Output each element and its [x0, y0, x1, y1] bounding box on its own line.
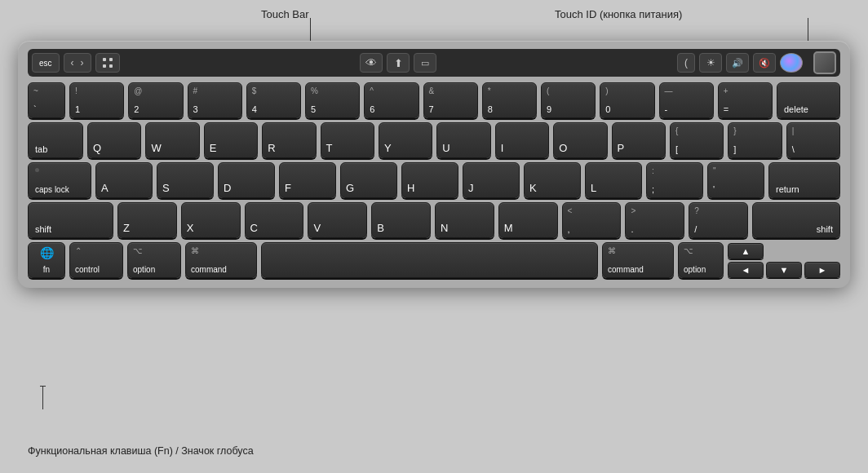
touch-id-button[interactable] [813, 51, 836, 74]
key-1[interactable]: !1 [69, 82, 124, 118]
key-i[interactable]: I [495, 122, 549, 158]
key-command-right[interactable]: ⌘ command [602, 242, 674, 278]
svg-rect-2 [103, 64, 106, 68]
tb-volume[interactable]: 🔊 [726, 53, 749, 73]
key-space[interactable] [261, 242, 598, 278]
svg-rect-0 [103, 58, 106, 61]
key-equals[interactable]: += [718, 82, 773, 118]
key-7[interactable]: &7 [423, 82, 478, 118]
key-capslock[interactable]: caps lock [28, 162, 91, 198]
key-9[interactable]: (9 [541, 82, 596, 118]
key-slash[interactable]: ?/ [689, 202, 748, 238]
tb-back[interactable]: ‹ [71, 57, 74, 69]
touchid-annotation: Touch ID (кнопка питания) [555, 8, 682, 20]
key-3[interactable]: #3 [188, 82, 242, 118]
key-backtick[interactable]: ~ ` [28, 82, 65, 118]
key-x[interactable]: X [181, 202, 241, 238]
tb-brightness[interactable]: ☀ [699, 53, 722, 73]
key-quote[interactable]: "' [707, 162, 764, 198]
key-tab[interactable]: tab [28, 122, 83, 158]
key-h[interactable]: H [401, 162, 458, 198]
tb-mute[interactable]: 🔇 [753, 53, 776, 73]
key-command-left[interactable]: ⌘ command [185, 242, 257, 278]
key-period[interactable]: >. [625, 202, 684, 238]
key-comma[interactable]: <, [562, 202, 622, 238]
key-delete[interactable]: delete [777, 82, 840, 118]
tb-grid[interactable] [95, 53, 120, 73]
key-row-2: tab Q W E R T Y U I O P {[ }] |\ [28, 122, 840, 158]
key-option-left[interactable]: ⌥ option [127, 242, 181, 278]
key-a[interactable]: A [95, 162, 153, 198]
key-o[interactable]: O [553, 122, 607, 158]
key-0[interactable]: )0 [600, 82, 654, 118]
key-z[interactable]: Z [117, 202, 177, 238]
key-l[interactable]: L [585, 162, 642, 198]
esc-key[interactable]: esc [32, 53, 60, 73]
key-v[interactable]: V [308, 202, 367, 238]
fn-annotation: Функциональная клавиша (Fn) / Значок гло… [28, 444, 254, 459]
key-row-4: shift Z X C V B N M <, >. ?/ shift [28, 202, 840, 238]
svg-rect-1 [109, 58, 113, 61]
key-8[interactable]: *8 [482, 82, 537, 118]
key-b[interactable]: B [371, 202, 431, 238]
arrow-keys-group: ▲ ◄ ▼ ► [728, 243, 840, 278]
key-c[interactable]: C [245, 202, 304, 238]
key-rbracket[interactable]: }] [728, 122, 782, 158]
key-fn[interactable]: 🌐 fn [28, 242, 65, 278]
key-semicolon[interactable]: :; [646, 162, 703, 198]
key-p[interactable]: P [612, 122, 666, 158]
key-arrow-up[interactable]: ▲ [728, 243, 764, 259]
tb-screen[interactable]: ▭ [414, 53, 436, 73]
key-minus[interactable]: —- [659, 82, 714, 118]
touchbar-annotation: Touch Bar [261, 8, 309, 20]
key-r[interactable]: R [262, 122, 316, 158]
tb-nav-group: ‹ › [64, 53, 91, 73]
key-arrow-left[interactable]: ◄ [728, 262, 764, 278]
key-row-5: 🌐 fn ⌃ control ⌥ option ⌘ command [28, 242, 840, 278]
tb-siri[interactable] [780, 53, 803, 73]
key-k[interactable]: K [524, 162, 581, 198]
key-s[interactable]: S [157, 162, 214, 198]
key-option-right[interactable]: ⌥ option [678, 242, 724, 278]
key-q[interactable]: Q [87, 122, 141, 158]
tb-forward[interactable]: › [81, 57, 84, 69]
key-g[interactable]: G [340, 162, 397, 198]
key-backslash[interactable]: |\ [786, 122, 840, 158]
tb-share[interactable]: ⬆ [387, 53, 410, 73]
key-n[interactable]: N [435, 202, 494, 238]
key-d[interactable]: D [218, 162, 275, 198]
tb-paren[interactable]: ( [677, 53, 695, 73]
key-f[interactable]: F [279, 162, 336, 198]
key-5[interactable]: %5 [305, 82, 360, 118]
touch-bar: esc ‹ › 👁 ⬆ ▭ ( ☀ 🔊 [28, 49, 840, 77]
key-2[interactable]: @2 [128, 82, 183, 118]
key-m[interactable]: M [498, 202, 558, 238]
key-4[interactable]: $4 [246, 82, 301, 118]
key-shift-left[interactable]: shift [28, 202, 113, 238]
key-t[interactable]: T [321, 122, 374, 158]
keyboard-body: esc ‹ › 👁 ⬆ ▭ ( ☀ 🔊 [18, 41, 850, 288]
key-arrow-right[interactable]: ► [804, 262, 840, 278]
key-y[interactable]: Y [379, 122, 432, 158]
key-lbracket[interactable]: {[ [670, 122, 724, 158]
keys-area: ~ ` !1 @2 #3 $4 %5 [28, 82, 840, 278]
svg-rect-3 [109, 64, 113, 68]
tb-eye[interactable]: 👁 [360, 53, 383, 73]
key-6[interactable]: ^6 [364, 82, 418, 118]
key-e[interactable]: E [204, 122, 258, 158]
key-arrow-down[interactable]: ▼ [766, 262, 802, 278]
key-w[interactable]: W [145, 122, 199, 158]
key-control[interactable]: ⌃ control [69, 242, 123, 278]
key-return[interactable]: return [768, 162, 840, 198]
key-row-1: ~ ` !1 @2 #3 $4 %5 [28, 82, 840, 118]
key-j[interactable]: J [463, 162, 520, 198]
key-shift-right[interactable]: shift [752, 202, 840, 238]
key-row-3: caps lock A S D F G H J K L :; "' return [28, 162, 840, 198]
key-u[interactable]: U [436, 122, 490, 158]
